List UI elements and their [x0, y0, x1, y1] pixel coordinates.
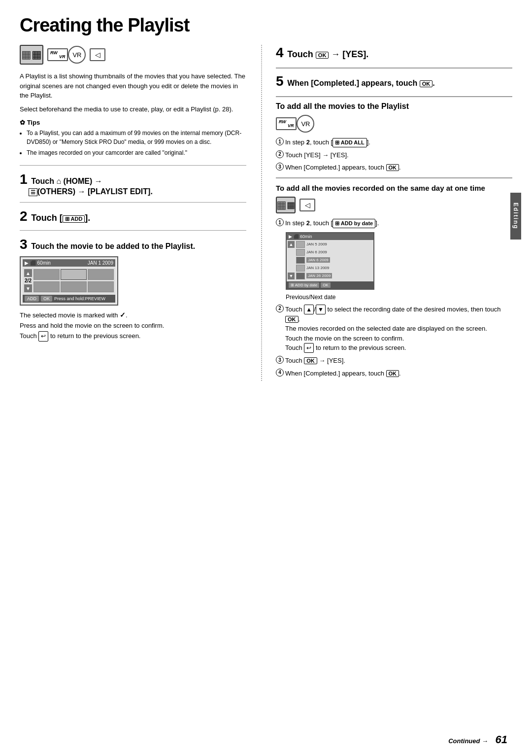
- date-label-4: JAN 13 2009: [306, 266, 329, 270]
- screen-content-1: ▲ 2/2 ▼: [23, 268, 115, 294]
- step-4-title: Touch OK → [YES].: [287, 49, 368, 59]
- intro-text-1: A Playlist is a list showing thumbnails …: [20, 71, 246, 101]
- date-add-btn: ⊞ ADD by date: [289, 282, 319, 288]
- date-screen-mockup: ▶ ⬛ 60min ▲ JAN 5 2009 JAN 6 2009 JAN 6 …: [286, 232, 374, 290]
- date-label-5: JAN 26 2009: [306, 273, 332, 278]
- back-button-icon-2: ◁: [299, 199, 315, 211]
- tip-item-2: The images recorded on your camcorder ar…: [27, 148, 246, 157]
- tip-item-1: To a Playlist, you can add a maximum of …: [27, 129, 246, 146]
- circle-num-3: 3: [276, 163, 284, 171]
- step-2-title: Touch [⊞ ADD].: [31, 213, 90, 223]
- date-row-3: JAN 6 2009: [288, 257, 372, 264]
- tips-title: Tips: [20, 119, 246, 126]
- date-screen-header: ▶ ⬛ 60min: [287, 233, 373, 240]
- section1-step-2: 2 Touch [YES] → [YES].: [276, 150, 512, 160]
- rw-vr-icon-2: RW VR VR: [276, 115, 314, 133]
- date-thumb-1: [296, 241, 305, 248]
- circle-vr-icon-2: VR: [297, 115, 314, 133]
- add-all-btn: ⊞ ADD ALL: [332, 138, 367, 147]
- return-icon-1: ↩: [38, 331, 48, 342]
- thumb-3: [88, 269, 114, 280]
- ok-s2-2: OK: [285, 316, 299, 323]
- section1-icons: RW VR VR: [276, 115, 512, 133]
- step-3-body-1: The selected movie is marked with ✓.: [20, 309, 246, 321]
- thumb-5: [61, 281, 87, 292]
- date-label-2: JAN 6 2009: [306, 250, 327, 254]
- dvd-icon-2: ▦: [276, 197, 296, 213]
- section2-step-3: 3 Touch OK → [YES].: [276, 356, 512, 366]
- add-btn-icon: ⊞ ADD: [63, 215, 85, 223]
- continued-label: Continued →: [448, 737, 488, 745]
- tips-section: Tips To a Playlist, you can add a maximu…: [20, 119, 246, 157]
- step-5-num: 5: [276, 73, 284, 89]
- divider-6: [276, 177, 512, 178]
- up-tri-btn: ▲: [304, 305, 314, 314]
- section2-step-1-text: In step 2, touch [⊞ ADD by date].: [285, 218, 512, 228]
- down-arrow-icon: ▼: [24, 284, 32, 292]
- ok-s2-3: OK: [304, 357, 317, 364]
- section1-step-1-text: In step 2, touch [⊞ ADD ALL].: [285, 137, 512, 147]
- section2-step-4-text: When [Completed.] appears, touch OK.: [285, 369, 512, 378]
- page-footer: Continued → 61: [448, 733, 507, 746]
- date-label-3: JAN 6 2009: [306, 257, 330, 263]
- step-1-title: Touch ⌂ (HOME) → ☰(OTHERS) → [PLAYLIST E…: [20, 177, 153, 196]
- screen-side-controls: ▲ 2/2 ▼: [24, 269, 32, 292]
- section1-step-3-text: When [Completed.] appears, touch OK.: [285, 163, 512, 172]
- up-arrow-icon: ▲: [24, 269, 32, 277]
- divider-4: [276, 68, 512, 69]
- ok-s1-3: OK: [386, 164, 399, 171]
- section-2-heading: To add all the movies recorded on the sa…: [276, 183, 512, 193]
- section1-step-2-text: Touch [YES] → [YES].: [285, 150, 512, 160]
- date-row-5: ▼ JAN 26 2009: [288, 273, 372, 279]
- thumb-6: [88, 281, 114, 292]
- step-2-num: 2: [20, 208, 28, 224]
- ok-icon-4: OK: [316, 52, 329, 59]
- section2-step-3-text: Touch OK → [YES].: [285, 356, 512, 366]
- circle-num-2: 2: [276, 150, 284, 158]
- thumb-2: [61, 269, 87, 280]
- date-row-4: JAN 13 2009: [288, 265, 372, 272]
- page-number: 61: [496, 733, 507, 746]
- circle-num-s2-2: 2: [276, 305, 284, 312]
- step-3-body: The selected movie is marked with ✓. Pre…: [20, 309, 246, 342]
- date-screen-footer: ⊞ ADD by date OK: [287, 281, 373, 289]
- section2-step-2-text: Touch ▲/▼ to select the recording date o…: [285, 305, 512, 353]
- step-3-title: Touch the movie to be added to the Playl…: [31, 242, 195, 250]
- screen-ok-btn: OK: [41, 296, 52, 302]
- dvd-icon: ▦: [20, 45, 43, 65]
- screen-header-1: ▶ ⬛ 60min JAN 1 2009: [23, 259, 115, 267]
- step-4: 4 Touch OK → [YES].: [276, 45, 512, 61]
- screen-caption: Previous/Next date: [286, 294, 512, 301]
- right-column: Editing 4 Touch OK → [YES]. 5 When [Comp…: [261, 45, 512, 381]
- add-by-date-btn: ⊞ ADD by date: [332, 219, 375, 228]
- step-1-num: 1: [20, 172, 28, 187]
- section1-step-1: 1 In step 2, touch [⊞ ADD ALL].: [276, 137, 512, 147]
- step-3-num: 3: [20, 237, 28, 252]
- circle-num-s2-1: 1: [276, 218, 284, 226]
- divider-3: [20, 230, 246, 231]
- tips-list: To a Playlist, you can add a maximum of …: [20, 129, 246, 157]
- step-3-body-2: Press and hold the movie on the screen t…: [20, 321, 246, 331]
- divider-2: [20, 202, 246, 203]
- ok-icon-5: OK: [420, 80, 433, 87]
- screen-footer-1: ADD OK Press and hold:PREVIEW: [23, 295, 115, 303]
- back-button-icon: ◁: [90, 48, 105, 61]
- date-screen-icon: ▶ ⬛ 60min: [289, 234, 312, 239]
- date-ok-btn: OK: [321, 282, 331, 288]
- date-thumb-4: [296, 265, 305, 272]
- date-row-2: JAN 6 2009: [288, 249, 372, 256]
- left-column: ▦ RW VR VR ◁ A Playlist is a list showin…: [20, 45, 246, 381]
- section1-step-3: 3 When [Completed.] appears, touch OK.: [276, 163, 512, 172]
- circle-num-s2-3: 3: [276, 356, 284, 364]
- thumb-1: [33, 269, 60, 280]
- screen-thumbs-grid: [33, 269, 114, 292]
- page-indicator: 2/2: [25, 278, 32, 283]
- date-label-1: JAN 5 2009: [306, 242, 327, 246]
- step-5-title: When [Completed.] appears, touch OK.: [287, 79, 434, 87]
- screen-icon-play: ▶ ⬛ 60min: [25, 260, 51, 266]
- section2-step-2: 2 Touch ▲/▼ to select the recording date…: [276, 305, 512, 353]
- section2-icons: ▦ ◁: [276, 197, 512, 213]
- screen-date: JAN 1 2009: [88, 260, 113, 266]
- section2-step-4: 4 When [Completed.] appears, touch OK.: [276, 369, 512, 378]
- intro-text-2: Select beforehand the media to use to cr…: [20, 104, 246, 114]
